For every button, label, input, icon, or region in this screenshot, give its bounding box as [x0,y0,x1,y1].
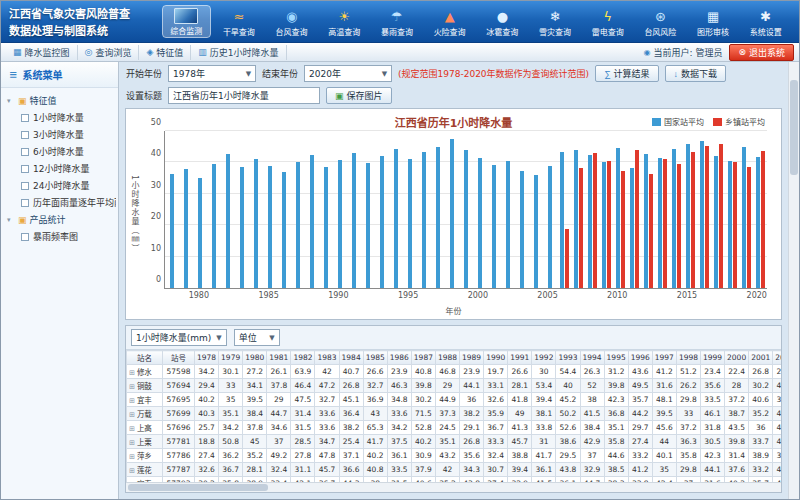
checkbox[interactable] [21,148,29,156]
vertical-scrollbar-thumb[interactable] [790,80,798,175]
end-year-select[interactable]: 2020年 ▼ [304,65,392,82]
checkbox[interactable] [21,131,29,139]
toolbar-snow-button[interactable]: ❄雪灾查询 [532,6,579,38]
checkbox[interactable] [21,233,29,241]
col-header-year[interactable]: 1982 [291,351,315,365]
value-cell: 52.8 [411,421,435,435]
checkbox[interactable] [21,114,29,122]
value-cell: 35.1 [435,435,459,449]
start-year-select[interactable]: 1978年 ▼ [168,65,256,82]
toolbar-risk-button[interactable]: ⊛台风风险 [637,6,684,38]
col-header-year[interactable]: 1981 [267,351,291,365]
chart-title-input[interactable] [168,87,320,104]
col-header-year[interactable]: 1994 [580,351,604,365]
row-expander-icon[interactable]: ⊞ [129,439,135,447]
col-header-year[interactable]: 1996 [628,351,652,365]
breadcrumb-item[interactable]: ◎查询浏览 [78,45,140,60]
breadcrumb-item[interactable]: ◈特征值 [139,45,191,60]
x-tick-label: 2020 [747,291,767,300]
main-toolbar: 综合监测≈干旱查询◉台风查询☀高温查询☂暴雨查询▲火险查询●冰雹查询❄雪灾查询ϟ… [153,1,799,42]
col-header-year[interactable]: 1978 [195,351,219,365]
table-row[interactable]: ⊞上栗5778118.850.8453728.534.725.441.737.5… [127,435,782,449]
toolbar-drought-button[interactable]: ≈干旱查询 [215,6,262,38]
tree-group[interactable]: ▾▣产品统计 [3,211,116,228]
tree-item[interactable]: 6小时降水量 [3,143,116,160]
col-header-year[interactable]: 1988 [435,351,459,365]
tree-item[interactable]: 24小时降水量 [3,177,116,194]
toolbar-heat-button[interactable]: ☀高温查询 [321,6,368,38]
tree-item[interactable]: 1小时降水量 [3,109,116,126]
col-header-year[interactable]: 2000 [725,351,749,365]
col-header-year[interactable]: 1984 [339,351,363,365]
table-row[interactable]: ⊞上高5769625.734.237.834.631.533.638.265.3… [127,421,782,435]
value-cell: 34.3 [460,463,484,477]
tree-item[interactable]: 暴雨频率图 [3,228,116,245]
variable-select[interactable]: 1小时降水量(mm) ▼ [131,329,227,346]
bar-2007 [579,168,583,288]
table-row[interactable]: ⊞铜鼓5769429.43334.137.846.447.226.832.746… [127,379,782,393]
col-header-year[interactable]: 2002 [773,351,781,365]
checkbox[interactable] [21,165,29,173]
row-expander-icon[interactable]: ⊞ [129,453,135,461]
toolbar-settings-button[interactable]: ✱系统设置 [742,6,789,38]
horizontal-scrollbar[interactable] [126,482,781,492]
table-row[interactable]: ⊞萍乡5778627.436.235.249.227.847.837.140.2… [127,449,782,463]
breadcrumb-item[interactable]: ▦降水监控图 [6,45,78,60]
toolbar-review-button[interactable]: ▦图形审核 [690,6,737,38]
download-data-button[interactable]: ↓ 数据下载 [665,65,727,82]
chart: 江西省历年1小时降水量 国家站平均乡镇站平均 1小时降水量（㎜） 0102030… [125,108,782,320]
tree-item[interactable]: 3小时降水量 [3,126,116,143]
checkbox[interactable] [21,199,29,207]
horizontal-scrollbar-thumb[interactable] [128,484,268,491]
col-header-year[interactable]: 1995 [604,351,628,365]
toolbar-fire-button[interactable]: ▲火险查询 [426,6,473,38]
value-cell: 31.8 [700,421,724,435]
checkbox[interactable] [21,182,29,190]
col-header-year[interactable]: 1991 [508,351,532,365]
col-header-year[interactable]: 1997 [652,351,676,365]
tree-item[interactable]: 历年面雨量逐年平均雨量 [3,194,116,211]
col-header-year[interactable]: 1983 [315,351,339,365]
toolbar-typhoon-button[interactable]: ◉台风查询 [268,6,315,38]
breadcrumb-item[interactable]: ▥历史1小时降水量 [191,45,286,60]
x-tick-label [221,291,233,300]
col-header-year[interactable]: 1992 [532,351,556,365]
row-expander-icon[interactable]: ⊞ [129,467,135,475]
exit-system-button[interactable]: ⊗ 退出系统 [729,44,794,61]
table-scroll-area[interactable]: 站名站号197819791980198119821983198419851986… [126,350,781,482]
col-header-year[interactable]: 1986 [387,351,411,365]
bar-1998 [450,139,454,288]
col-header-station[interactable]: 站名 [127,351,163,365]
row-expander-icon[interactable]: ⊞ [129,425,135,433]
col-header-year[interactable]: 1985 [363,351,387,365]
col-header-year[interactable]: 2001 [749,351,773,365]
col-header-year[interactable]: 1990 [484,351,508,365]
calculate-button[interactable]: ∑ 计算结果 [595,65,658,82]
x-tick-label [627,291,639,300]
row-expander-icon[interactable]: ⊞ [129,397,135,405]
col-header-year[interactable]: 1989 [460,351,484,365]
tree-group[interactable]: ▾▣特征值 [3,92,116,109]
row-expander-icon[interactable]: ⊞ [129,411,135,419]
tree-item[interactable]: 12小时降水量 [3,160,116,177]
save-image-button[interactable]: ▣ 保存图片 [326,87,392,104]
vertical-scrollbar[interactable] [788,62,799,499]
row-expander-icon[interactable]: ⊞ [129,383,135,391]
col-header-year[interactable]: 1979 [219,351,243,365]
col-header-year[interactable]: 1998 [676,351,700,365]
toolbar-lightning-button[interactable]: ϟ雷电查询 [584,6,631,38]
toolbar-monitor-button[interactable]: 综合监测 [163,6,210,37]
row-expander-icon[interactable]: ⊞ [129,369,135,377]
unit-select[interactable]: 单位 ▼ [234,329,280,346]
col-header-year[interactable]: 1987 [411,351,435,365]
table-row[interactable]: ⊞莲花5778732.636.728.132.431.145.736.640.8… [127,463,782,477]
toolbar-rainstorm-button[interactable]: ☂暴雨查询 [373,6,420,38]
table-row[interactable]: ⊞万载5769940.335.138.444.731.433.636.44333… [127,407,782,421]
toolbar-hail-button[interactable]: ●冰雹查询 [479,6,526,38]
table-row[interactable]: ⊞修水5759834.230.127.226.163.94240.726.623… [127,365,782,379]
col-header-year[interactable]: 1993 [556,351,580,365]
table-row[interactable]: ⊞宜丰5769540.23539.52947.532.745.136.934.8… [127,393,782,407]
col-header-year[interactable]: 1980 [243,351,267,365]
col-header-year[interactable]: 1999 [700,351,724,365]
col-header-station-id[interactable]: 站号 [163,351,195,365]
